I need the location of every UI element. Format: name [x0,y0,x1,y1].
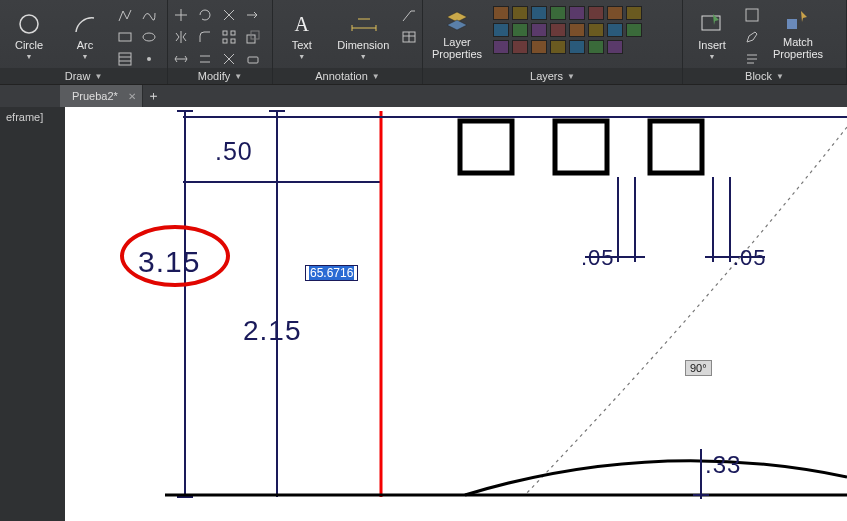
mirror-icon[interactable] [172,28,190,46]
offset-icon[interactable] [196,50,214,68]
ellipse-icon[interactable] [140,28,158,46]
dropdown-arrow-icon: ▼ [26,53,33,60]
panel-title-annotation[interactable]: Annotation ▼ [273,68,422,84]
dim-text-005a: .05 [581,245,615,271]
dropdown-arrow-icon: ▼ [298,53,305,60]
svg-rect-5 [223,31,227,35]
dynamic-distance-value: 65.6716 [309,266,354,280]
circle-label: Circle [15,39,43,51]
layer-swatch [512,23,528,37]
panel-title-label: Draw [65,70,91,82]
svg-rect-11 [248,57,258,63]
leader-icon[interactable] [400,6,418,24]
text-button[interactable]: A Text ▼ [277,2,327,60]
svg-rect-7 [223,39,227,43]
layer-swatch [569,23,585,37]
array-icon[interactable] [220,28,238,46]
dimension-button[interactable]: Dimension ▼ [333,2,394,60]
modify-tools-grid [172,6,262,68]
layer-swatch [512,40,528,54]
panel-title-label: Layers [530,70,563,82]
rectangle-icon[interactable] [116,28,134,46]
edit-attributes-icon[interactable] [743,50,761,68]
layer-swatch [626,23,642,37]
layer-swatch [512,6,528,20]
layer-properties-button[interactable]: Layer Properties [427,2,487,60]
svg-rect-6 [231,31,235,35]
dimension-icon [349,11,377,37]
arc-icon [71,11,99,37]
layer-swatch [626,6,642,20]
scale-icon[interactable] [244,28,262,46]
text-icon: A [288,11,316,37]
insert-icon [698,11,726,37]
table-icon[interactable] [400,28,418,46]
spline-icon[interactable] [140,6,158,24]
panel-title-draw[interactable]: Draw ▼ [0,68,167,84]
arc-button[interactable]: Arc ▼ [60,2,110,60]
layer-swatch [550,40,566,54]
panel-title-label: Annotation [315,70,368,82]
svg-rect-28 [555,121,607,173]
match-properties-button[interactable]: Match Properties [767,2,829,60]
svg-rect-8 [231,39,235,43]
layer-state-row[interactable] [493,6,642,20]
drawing-layer: .50 3.15 2.15 .05 .05 .33 65.6716 90° [65,107,847,521]
panel-title-label: Modify [198,70,230,82]
dropdown-arrow-icon: ▼ [360,53,367,60]
annotation-tools [400,6,418,46]
drawing-canvas[interactable]: .50 3.15 2.15 .05 .05 .33 65.6716 90° [65,107,847,521]
view-sidebar: eframe] [0,107,65,521]
panel-modify: Modify ▼ [168,0,273,84]
plus-icon: ＋ [147,87,160,105]
svg-point-0 [20,15,38,33]
create-block-icon[interactable] [743,6,761,24]
move-icon[interactable] [172,6,190,24]
drawing-tab[interactable]: Prueba2* ✕ [60,85,143,107]
extend-icon[interactable] [244,6,262,24]
layer-swatch [607,6,623,20]
layer-swatch [493,23,509,37]
insert-button[interactable]: Insert ▼ [687,2,737,60]
panel-title-block[interactable]: Block ▼ [683,68,846,84]
layer-swatch [550,6,566,20]
explode-icon[interactable] [220,50,238,68]
new-tab-button[interactable]: ＋ [143,85,165,107]
svg-rect-27 [460,121,512,173]
panel-title-modify[interactable]: Modify ▼ [168,68,272,84]
rotate-icon[interactable] [196,6,214,24]
circle-icon [15,11,43,37]
stretch-icon[interactable] [172,50,190,68]
erase-icon[interactable] [244,50,262,68]
edit-block-icon[interactable] [743,28,761,46]
trim-icon[interactable] [220,6,238,24]
circle-button[interactable]: Circle ▼ [4,2,54,60]
dimension-label: Dimension [337,39,389,51]
draw-tools-grid [116,6,158,68]
chevron-down-icon: ▼ [234,72,242,81]
polyline-icon[interactable] [116,6,134,24]
visual-style-label: eframe] [6,111,43,123]
dropdown-arrow-icon: ▼ [709,53,716,60]
layers-icon [443,8,471,34]
layer-state-row[interactable] [493,23,642,37]
panel-title-layers[interactable]: Layers ▼ [423,68,682,84]
dynamic-distance-input[interactable]: 65.6716 [305,265,358,281]
panel-annotation: A Text ▼ Dimension ▼ Annotation ▼ [273,0,423,84]
close-tab-icon[interactable]: ✕ [128,91,136,102]
panel-title-label: Block [745,70,772,82]
workspace: eframe] [0,107,847,521]
hatch-icon[interactable] [116,50,134,68]
layer-swatch [493,6,509,20]
dynamic-angle-badge: 90° [685,360,712,376]
dim-text-033: .33 [705,451,741,479]
dropdown-arrow-icon: ▼ [82,53,89,60]
svg-rect-29 [650,121,702,173]
layer-state-row[interactable] [493,40,642,54]
point-icon[interactable] [140,50,158,68]
drawing-tab-label: Prueba2* [72,90,118,102]
fillet-icon[interactable] [196,28,214,46]
dim-text-005b: .05 [733,245,767,271]
svg-point-2 [143,33,155,41]
chevron-down-icon: ▼ [372,72,380,81]
